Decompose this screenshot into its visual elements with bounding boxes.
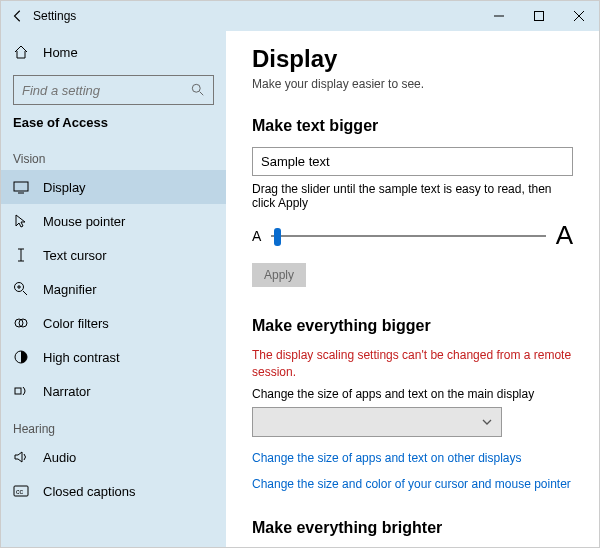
small-a-label: A (252, 228, 261, 244)
sidebar-item-label: High contrast (43, 350, 120, 365)
svg-rect-16 (15, 388, 21, 394)
scaling-desc: Change the size of apps and text on the … (252, 387, 573, 401)
sidebar-item-label: Mouse pointer (43, 214, 125, 229)
slider-hint: Drag the slider until the sample text is… (252, 182, 573, 210)
group-hearing: Hearing (1, 408, 226, 440)
display-icon (13, 179, 29, 195)
sample-text-box: Sample text (252, 147, 573, 176)
titlebar: Settings (1, 1, 599, 31)
page-subtitle: Make your display easier to see. (252, 77, 573, 91)
sidebar-item-label: Color filters (43, 316, 109, 331)
slider-thumb[interactable] (274, 228, 281, 246)
link-cursor-pointer[interactable]: Change the size and color of your cursor… (252, 477, 573, 491)
sidebar: Home Ease of Access Vision Display (1, 31, 226, 547)
scaling-error: The display scaling settings can't be ch… (252, 347, 573, 381)
search-field[interactable] (22, 83, 191, 98)
magnifier-icon (13, 281, 29, 297)
closed-captions-icon: cc (13, 483, 29, 499)
sidebar-item-label: Audio (43, 450, 76, 465)
svg-rect-1 (535, 12, 544, 21)
window-title: Settings (33, 9, 76, 23)
link-other-displays[interactable]: Change the size of apps and text on othe… (252, 451, 573, 465)
sidebar-home-label: Home (43, 45, 78, 60)
sidebar-item-closed-captions[interactable]: cc Closed captions (1, 474, 226, 508)
svg-text:cc: cc (16, 488, 24, 495)
sidebar-item-label: Magnifier (43, 282, 96, 297)
text-size-slider[interactable]: A A (252, 220, 573, 251)
back-icon[interactable] (11, 9, 25, 23)
high-contrast-icon (13, 349, 29, 365)
svg-line-3 (200, 92, 204, 96)
svg-line-10 (23, 291, 27, 295)
section-brighter: Make everything brighter (252, 519, 573, 537)
minimize-button[interactable] (479, 1, 519, 31)
sidebar-item-label: Narrator (43, 384, 91, 399)
big-a-label: A (556, 220, 573, 251)
sidebar-section: Ease of Access (1, 115, 226, 138)
mouse-pointer-icon (13, 213, 29, 229)
section-text-bigger: Make text bigger (252, 117, 573, 135)
sidebar-item-audio[interactable]: Audio (1, 440, 226, 474)
sidebar-item-label: Closed captions (43, 484, 136, 499)
close-button[interactable] (559, 1, 599, 31)
apply-button[interactable]: Apply (252, 263, 306, 287)
sidebar-item-label: Display (43, 180, 86, 195)
text-cursor-icon (13, 247, 29, 263)
home-icon (13, 44, 29, 60)
sidebar-item-display[interactable]: Display (1, 170, 226, 204)
sidebar-item-magnifier[interactable]: Magnifier (1, 272, 226, 306)
color-filters-icon (13, 315, 29, 331)
sidebar-item-text-cursor[interactable]: Text cursor (1, 238, 226, 272)
sidebar-item-high-contrast[interactable]: High contrast (1, 340, 226, 374)
scaling-dropdown[interactable] (252, 407, 502, 437)
group-vision: Vision (1, 138, 226, 170)
sidebar-item-color-filters[interactable]: Color filters (1, 306, 226, 340)
section-everything-bigger: Make everything bigger (252, 317, 573, 335)
page-title: Display (252, 45, 573, 73)
search-input[interactable] (13, 75, 214, 105)
sidebar-item-label: Text cursor (43, 248, 107, 263)
sidebar-home[interactable]: Home (1, 35, 226, 69)
search-icon (191, 83, 205, 97)
maximize-button[interactable] (519, 1, 559, 31)
slider-track[interactable] (271, 235, 545, 237)
chevron-down-icon (481, 416, 493, 428)
content-area: Display Make your display easier to see.… (226, 31, 599, 547)
sidebar-item-narrator[interactable]: Narrator (1, 374, 226, 408)
narrator-icon (13, 383, 29, 399)
audio-icon (13, 449, 29, 465)
sidebar-item-mouse-pointer[interactable]: Mouse pointer (1, 204, 226, 238)
svg-point-2 (192, 84, 200, 92)
svg-rect-4 (14, 182, 28, 191)
